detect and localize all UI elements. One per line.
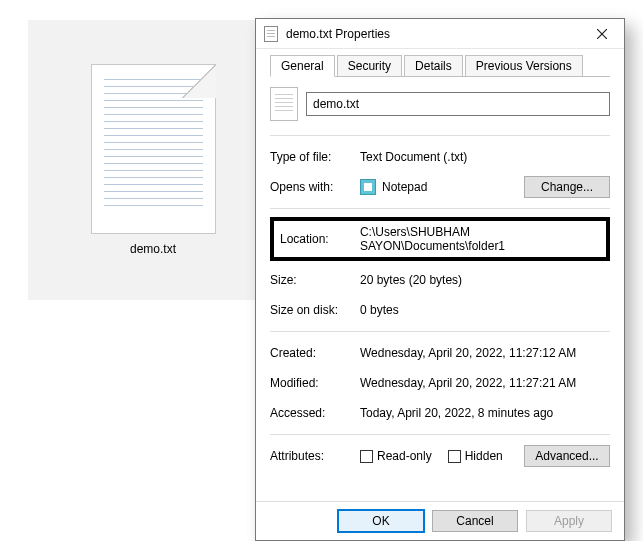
notepad-icon xyxy=(360,179,376,195)
window-title: demo.txt Properties xyxy=(286,27,580,41)
label-size: Size: xyxy=(270,273,360,287)
titlebar[interactable]: demo.txt Properties xyxy=(256,19,624,49)
tab-strip: General Security Details Previous Versio… xyxy=(270,55,610,77)
file-caption[interactable]: demo.txt xyxy=(130,242,176,256)
value-size-on-disk: 0 bytes xyxy=(360,303,610,317)
checkbox-readonly-label: Read-only xyxy=(377,449,432,463)
separator xyxy=(270,434,610,435)
value-modified: Wednesday, April 20, 2022, 11:27:21 AM xyxy=(360,376,610,390)
label-modified: Modified: xyxy=(270,376,360,390)
checkbox-hidden[interactable]: Hidden xyxy=(448,449,503,463)
tab-previous-versions[interactable]: Previous Versions xyxy=(465,55,583,76)
close-button[interactable] xyxy=(580,19,624,49)
page-fold-icon xyxy=(182,64,216,98)
file-thumbnail[interactable] xyxy=(91,64,216,234)
label-created: Created: xyxy=(270,346,360,360)
value-opens-with: Notepad xyxy=(382,180,427,194)
value-location: C:\Users\SHUBHAM SAYON\Documents\folder1 xyxy=(360,225,600,253)
checkbox-readonly[interactable]: Read-only xyxy=(360,449,432,463)
tab-general[interactable]: General xyxy=(270,55,335,77)
advanced-button[interactable]: Advanced... xyxy=(524,445,610,467)
ok-button[interactable]: OK xyxy=(338,510,424,532)
desktop-area: demo.txt xyxy=(28,20,278,300)
close-icon xyxy=(597,29,607,39)
tab-details[interactable]: Details xyxy=(404,55,463,76)
checkbox-box-icon xyxy=(448,450,461,463)
properties-dialog: demo.txt Properties General Security Det… xyxy=(255,18,625,541)
change-button[interactable]: Change... xyxy=(524,176,610,198)
label-size-on-disk: Size on disk: xyxy=(270,303,360,317)
value-accessed: Today, April 20, 2022, 8 minutes ago xyxy=(360,406,610,420)
file-type-icon xyxy=(270,87,298,121)
checkbox-box-icon xyxy=(360,450,373,463)
separator xyxy=(270,331,610,332)
label-type-of-file: Type of file: xyxy=(270,150,360,164)
apply-button[interactable]: Apply xyxy=(526,510,612,532)
label-location: Location: xyxy=(280,232,360,246)
separator xyxy=(270,208,610,209)
cancel-button[interactable]: Cancel xyxy=(432,510,518,532)
label-accessed: Accessed: xyxy=(270,406,360,420)
separator xyxy=(270,135,610,136)
label-opens-with: Opens with: xyxy=(270,180,360,194)
value-size: 20 bytes (20 bytes) xyxy=(360,273,610,287)
value-type-of-file: Text Document (.txt) xyxy=(360,150,610,164)
dialog-button-bar: OK Cancel Apply xyxy=(256,501,624,540)
label-attributes: Attributes: xyxy=(270,449,360,463)
filename-input[interactable] xyxy=(306,92,610,116)
titlebar-file-icon xyxy=(264,26,278,42)
tab-security[interactable]: Security xyxy=(337,55,402,76)
location-highlight-box: Location: C:\Users\SHUBHAM SAYON\Documen… xyxy=(270,217,610,261)
value-created: Wednesday, April 20, 2022, 11:27:12 AM xyxy=(360,346,610,360)
checkbox-hidden-label: Hidden xyxy=(465,449,503,463)
